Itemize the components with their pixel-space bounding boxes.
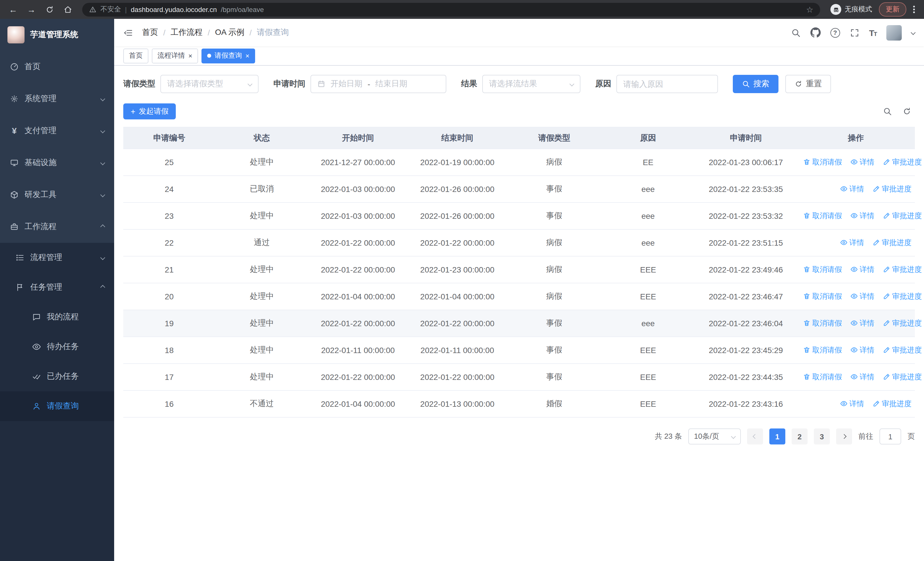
active-dot [207, 54, 211, 58]
detail-link[interactable]: 详情 [850, 211, 874, 221]
row-actions: 取消请假 详情 审批进度 [797, 149, 915, 176]
sidebar-item-infrastructure[interactable]: 基础设施 [0, 147, 114, 179]
monitor-icon [10, 158, 19, 167]
approval-progress-link[interactable]: 审批进度 [873, 399, 912, 409]
help-button[interactable]: ? [830, 28, 840, 38]
sidebar-item-home[interactable]: 首页 [0, 51, 114, 83]
sidebar-item-system[interactable]: 系统管理 [0, 83, 114, 115]
detail-link[interactable]: 详情 [850, 157, 874, 167]
apply-time-label: 申请时间 [273, 79, 305, 89]
reset-button[interactable]: 重置 [785, 75, 831, 93]
cancel-leave-link[interactable]: 取消请假 [803, 372, 842, 382]
close-icon[interactable]: × [245, 52, 249, 59]
sidebar-item-done-tasks[interactable]: 已办任务 [0, 362, 114, 391]
detail-link[interactable]: 详情 [840, 399, 864, 409]
sidebar-item-leave-query[interactable]: 请假查询 [0, 391, 114, 421]
approval-progress-link[interactable]: 审批进度 [883, 318, 922, 328]
start-time-cell: 2022-01-22 00:00:00 [309, 229, 408, 256]
eye-icon [850, 346, 858, 354]
prev-page-button[interactable] [747, 429, 763, 444]
end-time-cell: 2022-01-22 00:00:00 [408, 364, 507, 391]
bookmark-star-icon[interactable]: ☆ [806, 5, 813, 14]
sidebar-item-payment[interactable]: ¥ 支付管理 [0, 115, 114, 147]
cancel-leave-link[interactable]: 取消请假 [803, 265, 842, 275]
browser-home-button[interactable] [60, 2, 75, 17]
fullscreen-button[interactable] [849, 28, 859, 38]
goto-page-input[interactable] [879, 429, 901, 444]
page-button-2[interactable]: 2 [792, 429, 808, 444]
detail-link[interactable]: 详情 [850, 291, 874, 302]
reason-input[interactable] [616, 75, 718, 93]
sidebar-item-process-management[interactable]: 流程管理 [0, 243, 114, 272]
page-size-select[interactable]: 10条/页 [688, 429, 741, 444]
result-select[interactable]: 请选择流结果 [482, 75, 580, 93]
start-time-cell: 2022-01-04 00:00:00 [309, 391, 408, 417]
detail-link[interactable]: 详情 [840, 238, 864, 248]
apply-time-range-picker[interactable]: 开始日期 - 结束日期 [310, 75, 446, 93]
incognito-badge[interactable]: 无痕模式 [827, 4, 876, 15]
detail-link[interactable]: 详情 [850, 345, 874, 355]
cancel-leave-link[interactable]: 取消请假 [803, 157, 842, 167]
tab-leave-query[interactable]: 请假查询 × [201, 48, 255, 63]
chevron-down-icon [248, 82, 252, 87]
detail-link[interactable]: 详情 [850, 372, 874, 382]
cancel-leave-link[interactable]: 取消请假 [803, 318, 842, 328]
detail-link[interactable]: 详情 [850, 265, 874, 275]
address-bar[interactable]: 不安全 | dashboard.yudao.iocoder.cn/bpm/oa/… [82, 3, 820, 16]
page-button-1[interactable]: 1 [770, 429, 785, 444]
leave-type-select[interactable]: 请选择请假类型 [160, 75, 258, 93]
approval-progress-link[interactable]: 审批进度 [883, 291, 922, 302]
cancel-leave-link[interactable]: 取消请假 [803, 211, 842, 221]
close-icon[interactable]: × [188, 52, 192, 59]
browser-update-button[interactable]: 更新 [879, 2, 906, 17]
approval-progress-link[interactable]: 审批进度 [883, 265, 922, 275]
sidebar-item-devtools[interactable]: 研发工具 [0, 179, 114, 211]
chevron-down-icon [100, 256, 105, 260]
browser-back-button[interactable]: ← [6, 2, 21, 17]
table-row: 24 已取消 2022-01-03 00:00:00 2022-01-26 00… [123, 176, 915, 203]
tab-home[interactable]: 首页 [123, 48, 148, 63]
sidebar-item-workflow[interactable]: 工作流程 [0, 211, 114, 243]
create-leave-button[interactable]: + 发起请假 [123, 104, 176, 119]
user-avatar[interactable] [886, 25, 902, 40]
table-row: 18 处理中 2022-01-11 00:00:00 2022-01-11 00… [123, 337, 915, 364]
breadcrumb-workflow[interactable]: 工作流程 [171, 27, 202, 38]
browser-forward-button[interactable]: → [24, 2, 39, 17]
cancel-leave-link[interactable]: 取消请假 [803, 345, 842, 355]
trash-icon [803, 293, 811, 300]
row-actions: 详情 审批进度 [797, 391, 915, 417]
approval-progress-link[interactable]: 审批进度 [883, 372, 922, 382]
github-link[interactable] [810, 27, 820, 38]
approval-progress-link[interactable]: 审批进度 [873, 184, 912, 194]
tab-process-detail[interactable]: 流程详情 × [152, 48, 198, 63]
header-search-button[interactable] [791, 28, 801, 38]
col-apply-time: 申请时间 [695, 127, 797, 149]
search-button[interactable]: 搜索 [733, 75, 778, 93]
sidebar-fold-button[interactable] [123, 28, 133, 38]
reason-cell: EEE [601, 391, 694, 417]
approval-progress-link[interactable]: 审批进度 [883, 211, 922, 221]
toggle-search-button[interactable] [883, 107, 892, 116]
detail-link[interactable]: 详情 [850, 318, 874, 328]
browser-refresh-button[interactable] [42, 2, 57, 17]
refresh-icon [902, 107, 912, 116]
cancel-leave-link[interactable]: 取消请假 [803, 291, 842, 302]
sidebar-item-task-management[interactable]: 任务管理 [0, 272, 114, 302]
breadcrumb-home[interactable]: 首页 [142, 27, 158, 38]
sidebar-item-todo-tasks[interactable]: 待办任务 [0, 332, 114, 362]
leave-type-cell: 事假 [507, 364, 601, 391]
approval-progress-link[interactable]: 审批进度 [883, 345, 922, 355]
approval-progress-link[interactable]: 审批进度 [883, 157, 922, 167]
breadcrumb-oa-example[interactable]: OA 示例 [215, 27, 244, 38]
edit-icon [873, 400, 880, 408]
detail-link[interactable]: 详情 [840, 184, 864, 194]
refresh-table-button[interactable] [902, 107, 912, 116]
browser-menu-button[interactable] [910, 6, 918, 13]
next-page-button[interactable] [836, 429, 852, 444]
sidebar-item-my-processes[interactable]: 我的流程 [0, 302, 114, 332]
page-button-3[interactable]: 3 [814, 429, 830, 444]
font-size-button[interactable]: TT [869, 28, 877, 38]
approval-progress-link[interactable]: 审批进度 [873, 238, 912, 248]
user-menu-caret-icon[interactable] [911, 30, 916, 35]
table-row: 22 通过 2022-01-22 00:00:00 2022-01-22 00:… [123, 229, 915, 256]
